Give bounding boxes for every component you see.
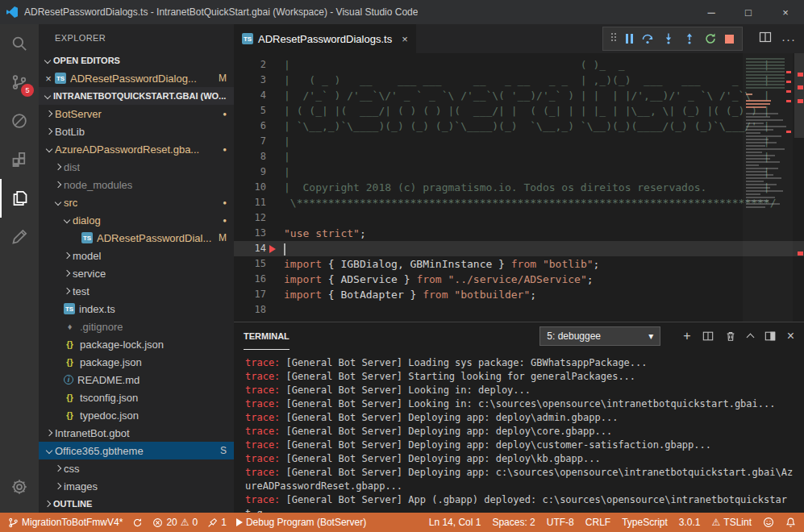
maximize-button[interactable]: □ — [730, 0, 767, 24]
close-editor-icon[interactable]: × — [42, 73, 55, 85]
debug-toolbar — [602, 27, 743, 51]
minimize-button[interactable]: ─ — [693, 0, 730, 24]
outline-header[interactable]: OUTLINE — [39, 495, 234, 513]
sync-icon[interactable] — [132, 517, 143, 528]
split-editor-icon[interactable] — [759, 31, 772, 47]
tree-item[interactable]: BotLib — [39, 123, 234, 140]
panel-layout-icon[interactable] — [764, 330, 776, 342]
feedback-smiley-icon[interactable] — [763, 517, 774, 528]
ts-version[interactable]: 3.0.1 — [679, 517, 701, 528]
more-actions-icon[interactable]: ··· — [781, 32, 796, 46]
encoding[interactable]: UTF-8 — [547, 517, 574, 528]
tree-item[interactable]: css — [39, 459, 234, 477]
close-tab-icon[interactable]: × — [402, 33, 408, 45]
restart-button[interactable] — [704, 32, 717, 45]
twisty-spacer — [52, 356, 64, 368]
source-control-icon[interactable]: 5 — [0, 63, 39, 102]
tree-item[interactable]: src● — [39, 193, 234, 211]
minimap-error-mark — [786, 131, 791, 133]
line-content: | | — [284, 149, 770, 164]
line-number: 13 — [234, 226, 266, 241]
twisty-spacer — [52, 321, 64, 332]
editor-group: TS ADResetPasswordDialogs.ts × — [234, 24, 804, 513]
tree-item[interactable]: dialog● — [39, 211, 234, 229]
tree-item-label: IntranetBot.gbot — [55, 427, 130, 439]
tree-item[interactable]: BotServer● — [39, 105, 234, 123]
log-level: trace: — [245, 398, 280, 409]
debug-icon[interactable] — [0, 102, 39, 140]
tree-item[interactable]: {}package.json — [39, 353, 234, 371]
tree-item[interactable]: {}package-lock.json — [39, 335, 234, 353]
chevron-right-icon — [52, 179, 64, 190]
git-branch-item[interactable]: MigrationToBotFmwV4* — [8, 517, 123, 528]
chevron-right-icon — [52, 161, 64, 172]
search-icon[interactable] — [0, 24, 39, 63]
open-editors-header[interactable]: OPEN EDITORS — [39, 52, 234, 69]
stop-button[interactable] — [725, 35, 734, 44]
terminal-selector[interactable]: 5: debuggee ▾ — [539, 326, 660, 346]
indentation[interactable]: Spaces: 2 — [492, 517, 535, 528]
terminal-line: trace: [General Bot Server] Looking in: … — [245, 397, 796, 411]
debug-target-item[interactable]: Debug Program (BotServer) — [236, 517, 366, 528]
code-line: 12 — [234, 210, 804, 226]
tree-item[interactable]: dist — [39, 158, 234, 176]
edit-icon[interactable] — [0, 218, 39, 256]
explorer-icon[interactable] — [0, 179, 39, 218]
kill-terminal-icon[interactable] — [725, 330, 736, 342]
notifications-bell-icon[interactable] — [785, 517, 796, 528]
problems-item[interactable]: 20 ⚠ 0 — [152, 517, 198, 528]
close-button[interactable]: × — [767, 0, 804, 24]
terminal-output[interactable]: trace: [General Bot Server] Loading sys … — [234, 350, 804, 513]
tree-item[interactable]: ♦.gitignore — [39, 318, 234, 335]
workspace-header[interactable]: INTRANETBOTQUICKSTART.GBAI (WO... — [39, 87, 234, 105]
open-editor-item[interactable]: × TS ADResetPasswordDialog... M — [39, 69, 234, 87]
tree-item[interactable]: TSindex.ts — [39, 300, 234, 318]
gear-icon[interactable] — [0, 468, 39, 506]
tslint-item[interactable]: ⚠ TSLint — [712, 517, 752, 528]
tab-terminal[interactable]: TERMINAL — [244, 322, 290, 350]
terminal-line: trace: [General Bot Server] Loading sys … — [245, 356, 796, 370]
language-mode[interactable]: TypeScript — [622, 517, 668, 528]
cursor-position[interactable]: Ln 14, Col 1 — [429, 517, 481, 528]
tree-item[interactable]: IntranetBot.gbot — [39, 424, 234, 442]
chevron-right-icon — [61, 285, 73, 297]
line-content: \***************************************… — [284, 195, 776, 210]
tree-item[interactable]: {}typedoc.json — [39, 406, 234, 424]
line-number: 8 — [234, 149, 266, 164]
extensions-icon[interactable] — [0, 140, 39, 179]
step-out-button[interactable] — [683, 32, 696, 45]
tree-item[interactable]: iREADME.md — [39, 371, 234, 389]
eol[interactable]: CRLF — [585, 517, 610, 528]
running-tasks-item[interactable]: 1 — [207, 517, 227, 528]
close-panel-icon[interactable]: × — [787, 329, 794, 343]
tree-item[interactable]: TSADResetPasswordDial...M — [39, 229, 234, 247]
tree-item[interactable]: AzureADPasswordReset.gba...● — [39, 140, 234, 158]
minimap[interactable] — [743, 53, 793, 322]
tree-item[interactable]: node_modules — [39, 176, 234, 193]
maximize-panel-icon[interactable] — [748, 332, 753, 340]
drag-handle-icon[interactable] — [611, 33, 618, 44]
new-terminal-icon[interactable]: + — [683, 329, 690, 343]
editor-scrollbar[interactable] — [794, 53, 804, 138]
tree-item[interactable]: model — [39, 247, 234, 264]
step-into-button[interactable] — [662, 32, 675, 45]
code-editor[interactable]: 2| ( )_ _ |3| ( _ ) __ ___ ___ __ _ __ _… — [234, 53, 804, 322]
twisty-spacer — [52, 339, 64, 350]
tree-item[interactable]: Office365.gbthemeS — [39, 442, 234, 459]
chevron-right-icon — [61, 250, 73, 261]
tree-item[interactable]: {}tsconfig.json — [39, 389, 234, 406]
panel-header: TERMINAL 5: debuggee ▾ + — [234, 322, 804, 350]
tree-item-label: node_modules — [64, 179, 132, 191]
vscode-window: ADResetPasswordDialogs.ts - IntranetBotQ… — [0, 0, 804, 532]
pause-button[interactable] — [626, 34, 633, 44]
split-terminal-icon[interactable] — [702, 330, 714, 342]
tree-item[interactable]: service — [39, 264, 234, 282]
tree-item[interactable]: test — [39, 282, 234, 300]
terminal-line: trace: [General Bot Server] Deploying ap… — [245, 425, 796, 438]
tab-adresetpassworddialogs[interactable]: TS ADResetPasswordDialogs.ts × — [234, 24, 416, 53]
tree-item[interactable]: images — [39, 477, 234, 495]
log-message: [General Bot Server] Deploying app: depl… — [280, 412, 618, 423]
step-over-button[interactable] — [641, 32, 654, 45]
code-line: 17import { BotAdapter } from "botbuilder… — [234, 287, 804, 302]
chevron-down-icon — [44, 445, 55, 456]
